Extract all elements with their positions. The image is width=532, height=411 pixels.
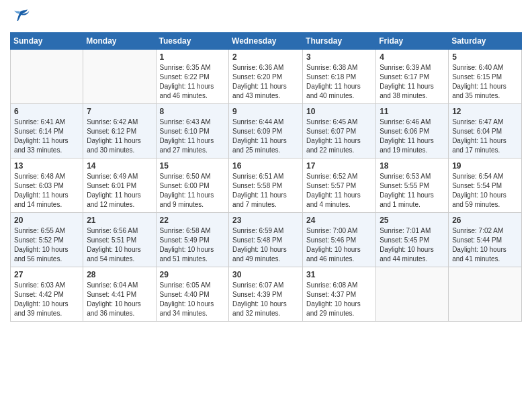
day-info: Sunrise: 6:56 AM Sunset: 5:51 PM Dayligh… xyxy=(87,226,152,264)
day-number: 30 xyxy=(232,270,299,279)
day-number: 23 xyxy=(232,216,299,225)
calendar-cell: 5Sunrise: 6:40 AM Sunset: 6:15 PM Daylig… xyxy=(449,50,522,104)
day-number: 17 xyxy=(306,161,372,171)
day-info: Sunrise: 6:43 AM Sunset: 6:10 PM Dayligh… xyxy=(160,118,226,155)
day-info: Sunrise: 6:50 AM Sunset: 6:00 PM Dayligh… xyxy=(160,172,226,210)
calendar-table: SundayMondayTuesdayWednesdayThursdayFrid… xyxy=(10,32,522,322)
day-number: 19 xyxy=(452,161,518,171)
calendar-week-row: 20Sunrise: 6:55 AM Sunset: 5:52 PM Dayli… xyxy=(11,213,522,267)
day-info: Sunrise: 6:03 AM Sunset: 4:42 PM Dayligh… xyxy=(14,281,79,318)
calendar-cell: 22Sunrise: 6:58 AM Sunset: 5:49 PM Dayli… xyxy=(156,213,229,267)
calendar-week-row: 6Sunrise: 6:41 AM Sunset: 6:14 PM Daylig… xyxy=(11,104,522,158)
day-info: Sunrise: 6:54 AM Sunset: 5:54 PM Dayligh… xyxy=(452,172,518,210)
day-number: 16 xyxy=(232,161,299,171)
calendar-cell xyxy=(376,267,449,322)
calendar-week-row: 13Sunrise: 6:48 AM Sunset: 6:03 PM Dayli… xyxy=(11,158,522,213)
calendar-cell xyxy=(11,50,83,104)
calendar-cell: 6Sunrise: 6:41 AM Sunset: 6:14 PM Daylig… xyxy=(11,104,83,158)
day-info: Sunrise: 6:07 AM Sunset: 4:39 PM Dayligh… xyxy=(232,281,299,318)
day-info: Sunrise: 7:01 AM Sunset: 5:45 PM Dayligh… xyxy=(380,226,445,264)
calendar-header-saturday: Saturday xyxy=(449,33,522,50)
calendar-cell: 18Sunrise: 6:53 AM Sunset: 5:55 PM Dayli… xyxy=(376,158,449,213)
day-number: 5 xyxy=(452,52,518,62)
day-info: Sunrise: 6:36 AM Sunset: 6:20 PM Dayligh… xyxy=(232,63,299,101)
day-info: Sunrise: 6:08 AM Sunset: 4:37 PM Dayligh… xyxy=(306,281,372,318)
calendar-cell xyxy=(449,267,522,322)
day-number: 10 xyxy=(306,107,372,116)
day-info: Sunrise: 6:47 AM Sunset: 6:04 PM Dayligh… xyxy=(452,118,518,155)
calendar-cell: 12Sunrise: 6:47 AM Sunset: 6:04 PM Dayli… xyxy=(449,104,522,158)
day-info: Sunrise: 6:52 AM Sunset: 5:57 PM Dayligh… xyxy=(306,172,372,210)
day-number: 12 xyxy=(452,107,518,116)
calendar-cell: 7Sunrise: 6:42 AM Sunset: 6:12 PM Daylig… xyxy=(83,104,156,158)
calendar-header-monday: Monday xyxy=(83,33,156,50)
logo xyxy=(10,7,33,27)
day-info: Sunrise: 6:42 AM Sunset: 6:12 PM Dayligh… xyxy=(87,118,152,155)
day-info: Sunrise: 6:44 AM Sunset: 6:09 PM Dayligh… xyxy=(232,118,299,155)
calendar-cell: 16Sunrise: 6:51 AM Sunset: 5:58 PM Dayli… xyxy=(229,158,303,213)
page: SundayMondayTuesdayWednesdayThursdayFrid… xyxy=(0,0,532,332)
calendar-cell: 14Sunrise: 6:49 AM Sunset: 6:01 PM Dayli… xyxy=(83,158,156,213)
day-info: Sunrise: 6:05 AM Sunset: 4:40 PM Dayligh… xyxy=(160,281,226,318)
day-number: 3 xyxy=(306,52,372,62)
calendar-cell: 10Sunrise: 6:45 AM Sunset: 6:07 PM Dayli… xyxy=(303,104,376,158)
day-info: Sunrise: 7:00 AM Sunset: 5:46 PM Dayligh… xyxy=(306,226,372,264)
calendar-cell: 17Sunrise: 6:52 AM Sunset: 5:57 PM Dayli… xyxy=(303,158,376,213)
calendar-cell: 30Sunrise: 6:07 AM Sunset: 4:39 PM Dayli… xyxy=(229,267,303,322)
day-number: 7 xyxy=(87,107,152,116)
day-info: Sunrise: 6:58 AM Sunset: 5:49 PM Dayligh… xyxy=(160,226,226,264)
day-info: Sunrise: 6:38 AM Sunset: 6:18 PM Dayligh… xyxy=(306,63,372,101)
day-number: 14 xyxy=(87,161,152,171)
calendar-cell: 13Sunrise: 6:48 AM Sunset: 6:03 PM Dayli… xyxy=(11,158,83,213)
calendar-cell: 15Sunrise: 6:50 AM Sunset: 6:00 PM Dayli… xyxy=(156,158,229,213)
day-number: 6 xyxy=(14,107,79,116)
day-info: Sunrise: 6:48 AM Sunset: 6:03 PM Dayligh… xyxy=(14,172,79,210)
calendar-cell: 2Sunrise: 6:36 AM Sunset: 6:20 PM Daylig… xyxy=(229,50,303,104)
day-number: 29 xyxy=(160,270,226,279)
day-info: Sunrise: 6:59 AM Sunset: 5:48 PM Dayligh… xyxy=(232,226,299,264)
day-info: Sunrise: 6:04 AM Sunset: 4:41 PM Dayligh… xyxy=(87,281,152,318)
day-number: 18 xyxy=(380,161,445,171)
day-info: Sunrise: 6:41 AM Sunset: 6:14 PM Dayligh… xyxy=(14,118,79,155)
day-number: 9 xyxy=(232,107,299,116)
day-number: 25 xyxy=(380,216,445,225)
day-info: Sunrise: 6:40 AM Sunset: 6:15 PM Dayligh… xyxy=(452,63,518,101)
calendar-cell: 23Sunrise: 6:59 AM Sunset: 5:48 PM Dayli… xyxy=(229,213,303,267)
calendar-cell: 4Sunrise: 6:39 AM Sunset: 6:17 PM Daylig… xyxy=(376,50,449,104)
calendar-cell: 8Sunrise: 6:43 AM Sunset: 6:10 PM Daylig… xyxy=(156,104,229,158)
calendar-header-sunday: Sunday xyxy=(11,33,83,50)
day-number: 11 xyxy=(380,107,445,116)
calendar-cell: 29Sunrise: 6:05 AM Sunset: 4:40 PM Dayli… xyxy=(156,267,229,322)
day-number: 28 xyxy=(87,270,152,279)
day-number: 8 xyxy=(160,107,226,116)
day-info: Sunrise: 6:49 AM Sunset: 6:01 PM Dayligh… xyxy=(87,172,152,210)
day-info: Sunrise: 6:46 AM Sunset: 6:06 PM Dayligh… xyxy=(380,118,445,155)
calendar-cell: 24Sunrise: 7:00 AM Sunset: 5:46 PM Dayli… xyxy=(303,213,376,267)
day-info: Sunrise: 6:53 AM Sunset: 5:55 PM Dayligh… xyxy=(380,172,445,210)
calendar-cell: 28Sunrise: 6:04 AM Sunset: 4:41 PM Dayli… xyxy=(83,267,156,322)
calendar-header-tuesday: Tuesday xyxy=(156,33,229,50)
calendar-header-friday: Friday xyxy=(376,33,449,50)
day-number: 13 xyxy=(14,161,79,171)
day-number: 22 xyxy=(160,216,226,225)
calendar-header-thursday: Thursday xyxy=(303,33,376,50)
calendar-cell: 19Sunrise: 6:54 AM Sunset: 5:54 PM Dayli… xyxy=(449,158,522,213)
day-number: 20 xyxy=(14,216,79,225)
day-info: Sunrise: 6:39 AM Sunset: 6:17 PM Dayligh… xyxy=(380,63,445,101)
calendar-week-row: 27Sunrise: 6:03 AM Sunset: 4:42 PM Dayli… xyxy=(11,267,522,322)
day-number: 27 xyxy=(14,270,79,279)
calendar-cell: 27Sunrise: 6:03 AM Sunset: 4:42 PM Dayli… xyxy=(11,267,83,322)
day-number: 24 xyxy=(306,216,372,225)
day-number: 1 xyxy=(160,52,226,62)
day-number: 4 xyxy=(380,52,445,62)
calendar-cell: 3Sunrise: 6:38 AM Sunset: 6:18 PM Daylig… xyxy=(303,50,376,104)
day-number: 26 xyxy=(452,216,518,225)
day-info: Sunrise: 6:55 AM Sunset: 5:52 PM Dayligh… xyxy=(14,226,79,264)
calendar-cell: 21Sunrise: 6:56 AM Sunset: 5:51 PM Dayli… xyxy=(83,213,156,267)
logo-bird-icon xyxy=(10,7,30,27)
calendar-cell: 11Sunrise: 6:46 AM Sunset: 6:06 PM Dayli… xyxy=(376,104,449,158)
calendar-header-wednesday: Wednesday xyxy=(229,33,303,50)
day-info: Sunrise: 6:51 AM Sunset: 5:58 PM Dayligh… xyxy=(232,172,299,210)
calendar-cell: 25Sunrise: 7:01 AM Sunset: 5:45 PM Dayli… xyxy=(376,213,449,267)
calendar-cell: 31Sunrise: 6:08 AM Sunset: 4:37 PM Dayli… xyxy=(303,267,376,322)
